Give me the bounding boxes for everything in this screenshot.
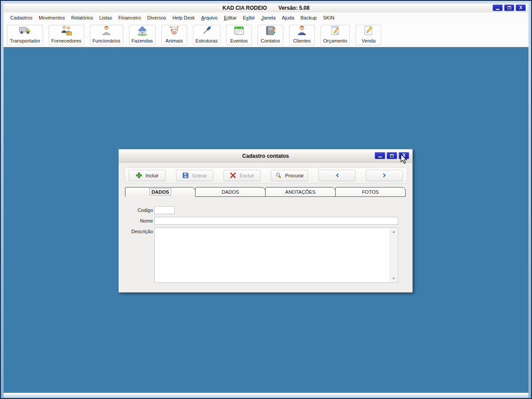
scroll-up-icon[interactable]: ▲ xyxy=(390,228,397,235)
menu-bar: CadastrosMovimentosRelatóriosListasFinan… xyxy=(4,12,528,23)
tab-dados-1[interactable]: DADOS xyxy=(125,187,196,197)
menu-item-arquivo[interactable]: Arquivo xyxy=(198,14,221,22)
toolbar-button-estruturas[interactable]: Estruturas xyxy=(193,25,220,45)
dialog-tabs: DADOSDADOSANOTAÇÕESFOTOS xyxy=(125,187,405,197)
maximize-button[interactable] xyxy=(504,4,514,11)
toolbar-button-animais[interactable]: Animais xyxy=(161,25,187,45)
budget-icon xyxy=(329,24,341,38)
gravar-button[interactable]: Gravar xyxy=(176,170,213,181)
dialog-close-button[interactable]: X xyxy=(399,152,409,159)
toolbar-button-label: Transportador xyxy=(10,38,40,43)
close-icon: X xyxy=(403,153,406,158)
toolbar-button-funcionarios[interactable]: Funcionários xyxy=(90,25,123,45)
minimize-icon xyxy=(378,156,382,157)
toolbar: TransportadorFornecedoresFuncionáriosFaz… xyxy=(4,23,528,47)
toolbar-button-label: Fazendas xyxy=(132,38,153,43)
mdi-area: Cadastro contatos X IncluirGravarExcluir… xyxy=(4,47,528,393)
toolbar-button-label: Eventos xyxy=(230,38,248,43)
tab-label: FOTOS xyxy=(362,189,379,195)
previous-record-button[interactable] xyxy=(318,170,356,181)
client-icon xyxy=(296,24,308,38)
truck-icon xyxy=(19,24,31,38)
menu-item-relatorios[interactable]: Relatórios xyxy=(68,14,96,22)
menu-item-skin[interactable]: SKIN xyxy=(320,14,337,22)
toolbar-button-venda[interactable]: Venda xyxy=(356,25,381,45)
menu-item-editar[interactable]: Editar xyxy=(221,14,240,22)
app-title: KAD CIA RODEIO xyxy=(223,5,267,11)
nome-input[interactable] xyxy=(154,217,398,225)
toolbar-button-label: Venda xyxy=(362,38,376,43)
window-controls: X xyxy=(493,4,526,11)
descricao-label: Descrição xyxy=(119,229,153,234)
search-icon xyxy=(275,172,282,180)
close-button[interactable]: X xyxy=(516,4,526,11)
menu-item-cadastros[interactable]: Cadastros xyxy=(7,14,35,22)
toolbar-button-transportador[interactable]: Transportador xyxy=(7,25,43,45)
toolbar-button-label: Clientes xyxy=(293,38,311,43)
status-bar xyxy=(4,393,528,398)
dialog-title: Cadastro contatos xyxy=(242,153,289,159)
address-book-icon xyxy=(264,24,277,38)
dialog-minimize-button[interactable] xyxy=(375,152,385,159)
cow-icon xyxy=(168,24,180,38)
action-button-label: Excluir xyxy=(239,173,254,178)
chevron-left-icon xyxy=(334,172,340,179)
action-button-label: Incluir xyxy=(145,173,158,178)
toolbar-button-fornecedores[interactable]: Fornecedores xyxy=(49,25,84,45)
maximize-icon xyxy=(508,6,511,9)
menu-item-diversos[interactable]: Diversos xyxy=(144,14,169,22)
minimize-icon xyxy=(496,9,500,10)
menu-item-janela[interactable]: Janela xyxy=(258,14,278,22)
toolbar-button-label: Orçamento xyxy=(323,38,347,43)
toolbar-button-eventos[interactable]: Eventos xyxy=(226,25,252,45)
procurar-button[interactable]: Procurar xyxy=(271,170,308,181)
plus-icon xyxy=(136,172,142,180)
tab-dados-2[interactable]: DADOS xyxy=(195,187,266,197)
descricao-textarea[interactable]: ▲ ▼ xyxy=(154,227,398,283)
close-icon: X xyxy=(519,6,522,10)
excluir-button[interactable]: Excluir xyxy=(223,170,261,181)
menu-item-listas[interactable]: Listas xyxy=(96,14,115,22)
toolbar-button-contatos[interactable]: Contatos xyxy=(258,25,283,45)
menu-item-movimentos[interactable]: Movimentos xyxy=(35,14,68,22)
tab-anotacoes-3[interactable]: ANOTAÇÕES xyxy=(265,187,336,197)
app-version: Versão: 5.08 xyxy=(278,5,309,11)
descricao-scrollbar[interactable]: ▲ ▼ xyxy=(390,228,397,282)
menu-item-ajuda[interactable]: Ajuda xyxy=(279,14,297,22)
tab-label: ANOTAÇÕES xyxy=(285,189,315,195)
dialog-titlebar[interactable]: Cadastro contatos X xyxy=(119,149,412,163)
action-button-label: Gravar xyxy=(192,173,207,178)
toolbar-button-label: Contatos xyxy=(261,38,280,43)
dialog-body: IncluirGravarExcluirProcurar DADOSDADOSA… xyxy=(119,163,412,292)
dialog-maximize-button[interactable] xyxy=(387,152,397,159)
toolbar-button-orcamento[interactable]: Orçamento xyxy=(321,25,350,45)
sale-icon xyxy=(362,24,375,38)
record-actions-panel: IncluirGravarExcluirProcurar xyxy=(125,168,407,184)
chevron-right-icon xyxy=(382,172,387,179)
delete-icon xyxy=(230,172,236,180)
menu-item-exibir[interactable]: Exibir xyxy=(240,14,258,22)
save-icon xyxy=(182,172,189,180)
menu-item-help-desk[interactable]: Help Desk xyxy=(169,14,198,22)
next-record-button[interactable] xyxy=(366,170,403,181)
toolbar-button-clientes[interactable]: Clientes xyxy=(289,25,315,45)
codigo-label: Codigo xyxy=(119,207,153,213)
suppliers-icon xyxy=(60,24,73,38)
scroll-down-icon[interactable]: ▼ xyxy=(390,275,397,282)
toolbar-button-fazendas[interactable]: Fazendas xyxy=(129,25,156,45)
menu-item-backup[interactable]: Backup xyxy=(297,14,320,22)
incluir-button[interactable]: Incluir xyxy=(129,170,166,181)
codigo-input[interactable] xyxy=(154,206,175,214)
tab-label: DADOS xyxy=(222,189,239,195)
toolbar-button-label: Animais xyxy=(165,38,183,43)
nome-label: Nome xyxy=(119,218,153,223)
tab-fotos-4[interactable]: FOTOS xyxy=(335,187,406,197)
employee-icon xyxy=(100,24,113,38)
minimize-button[interactable] xyxy=(493,4,503,11)
maximize-icon xyxy=(390,154,394,157)
menu-item-financeiro[interactable]: Financeiro xyxy=(115,14,144,22)
app-titlebar: KAD CIA RODEIO Versão: 5.08 X xyxy=(4,4,528,12)
toolbar-button-label: Fornecedores xyxy=(51,38,82,43)
tab-label: DADOS xyxy=(150,189,171,195)
dialog-window-controls: X xyxy=(375,152,409,159)
